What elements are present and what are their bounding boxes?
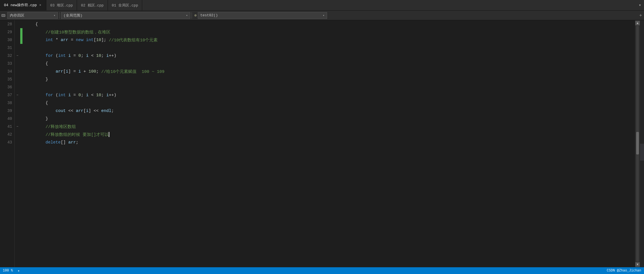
function-scope-label: test02() xyxy=(200,13,218,17)
line-number: 30 xyxy=(0,36,14,44)
tab-2[interactable]: 03 堆区.cpp xyxy=(46,0,77,10)
tab-overflow-btn[interactable]: ▾ xyxy=(636,0,644,10)
token: //释放数组的时候 要加[]才可以 xyxy=(46,132,109,137)
code-area[interactable]: { //创建10整型数据的数组，在堆区 int * arr = new int[… xyxy=(22,20,635,267)
token: new xyxy=(76,38,83,42)
code-line: for (int i = 0; i < 10; i++) xyxy=(25,91,635,99)
token xyxy=(25,140,46,145)
tab-3[interactable]: 02 栈区.cpp xyxy=(77,0,108,10)
status-right: CSDN @Zhao_Jichan xyxy=(607,269,641,273)
token: { xyxy=(25,101,48,105)
token: 100 xyxy=(89,69,96,74)
token: i xyxy=(78,69,81,74)
token: ; xyxy=(101,53,106,58)
green-indicator xyxy=(20,99,22,107)
token: + xyxy=(81,69,89,74)
code-line xyxy=(25,44,635,52)
fold-cell[interactable]: − xyxy=(15,91,20,99)
code-line: //释放堆区数组 xyxy=(25,123,635,131)
token: { xyxy=(25,22,38,27)
token: arr xyxy=(56,69,63,74)
function-icon: ⊙ xyxy=(194,13,197,18)
line-number: 40 xyxy=(0,115,14,123)
tab-bar: 04 new操作符.cpp ✕ 03 堆区.cpp 02 栈区.cpp 01 全… xyxy=(0,0,644,11)
token xyxy=(25,132,46,137)
tab-2-label: 03 堆区.cpp xyxy=(50,3,73,8)
tab-4[interactable]: 01 全局区.cpp xyxy=(108,0,142,10)
token: = xyxy=(71,93,78,98)
tab-label: 04 new操作符.cpp xyxy=(4,3,37,8)
code-line: { xyxy=(25,20,635,28)
function-arrow-icon: ▾ xyxy=(323,14,325,17)
fold-cell xyxy=(15,83,20,91)
minimap-scrollbar[interactable] xyxy=(640,20,644,267)
toolbar-separator-2 xyxy=(192,12,192,19)
token: << xyxy=(66,109,76,113)
fold-cell xyxy=(15,138,20,146)
tab-4-label: 01 全局区.cpp xyxy=(112,3,138,8)
line-number: 29 xyxy=(0,28,14,36)
token: ; xyxy=(101,93,106,98)
line-number: 32 xyxy=(0,52,14,60)
token xyxy=(83,38,86,42)
green-indicator xyxy=(20,36,22,44)
line-number: 36 xyxy=(0,83,14,91)
toolbar-separator-1 xyxy=(59,12,60,19)
token: { xyxy=(25,61,48,66)
token: //释放堆区数组 xyxy=(46,124,76,129)
fold-cell xyxy=(15,28,20,36)
scroll-track[interactable] xyxy=(636,26,639,262)
token: [ xyxy=(94,38,96,42)
token xyxy=(25,69,56,74)
token: delete xyxy=(46,140,61,145)
line-number: 28 xyxy=(0,20,14,28)
token: ] << xyxy=(89,109,101,113)
green-indicator xyxy=(20,131,22,138)
fold-cell xyxy=(15,60,20,68)
token: for xyxy=(46,53,53,58)
scroll-down-btn[interactable]: ▼ xyxy=(635,262,640,267)
token: i xyxy=(106,93,109,98)
global-scope-dropdown[interactable]: (全局范围) ▾ xyxy=(61,12,190,19)
fold-cell[interactable]: − xyxy=(15,123,20,131)
fold-cell xyxy=(15,75,20,83)
green-indicator-column xyxy=(20,20,22,267)
function-scope-dropdown[interactable]: test02() ▾ xyxy=(198,12,327,19)
toolbar-plus-icon[interactable]: ＋ xyxy=(637,12,644,19)
green-indicator xyxy=(20,75,22,83)
token: ++) xyxy=(109,93,116,98)
tab-active[interactable]: 04 new操作符.cpp ✕ xyxy=(0,0,46,10)
memory-icon[interactable] xyxy=(0,12,7,19)
token: arr xyxy=(68,140,76,145)
scroll-left-icon[interactable]: ◂ xyxy=(17,269,19,273)
code-line: delete[] arr; xyxy=(25,138,635,146)
green-indicator xyxy=(20,123,22,131)
fold-cell[interactable]: − xyxy=(15,52,20,60)
scroll-up-btn[interactable]: ▲ xyxy=(635,21,640,25)
token: 10 xyxy=(96,93,101,98)
token: arr xyxy=(61,38,68,42)
code-line: arr[i] = i + 100; //给10个元素赋值 100 ~ 109 xyxy=(25,68,635,75)
token: } xyxy=(25,77,48,82)
scroll-thumb[interactable] xyxy=(636,132,639,154)
scope-label: 内存四区 xyxy=(10,13,24,18)
token: ] = xyxy=(68,69,78,74)
tab-3-label: 02 栈区.cpp xyxy=(81,3,104,8)
token: 10 xyxy=(96,38,101,42)
fold-cell xyxy=(15,20,20,28)
zoom-level: 100 % xyxy=(3,269,13,273)
code-line: for (int i = 0; i < 10; i++) xyxy=(25,52,635,60)
code-line: } xyxy=(25,75,635,83)
global-scope-label: (全局范围) xyxy=(64,13,83,18)
status-bar: 100 % ◂ CSDN @Zhao_Jichan xyxy=(0,267,644,274)
code-line: //释放数组的时候 要加[]才可以 xyxy=(25,131,635,138)
token xyxy=(25,53,46,58)
token: i xyxy=(106,53,109,58)
tab-close-icon[interactable]: ✕ xyxy=(38,3,42,7)
line-number: 35 xyxy=(0,75,14,83)
vertical-scrollbar[interactable]: ▲ ▼ xyxy=(635,20,640,267)
minimap-thumb[interactable] xyxy=(640,144,644,161)
code-line: { xyxy=(25,99,635,107)
token xyxy=(66,53,68,58)
scope-dropdown[interactable]: 内存四区 ▾ xyxy=(7,12,58,19)
